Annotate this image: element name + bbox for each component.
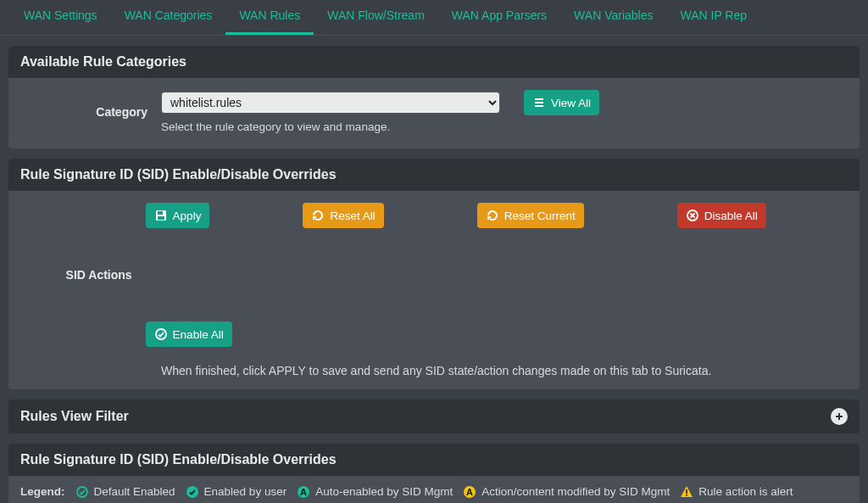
wan-tabs: WAN Settings WAN Categories WAN Rules WA… — [0, 0, 868, 36]
tab-wan-app-parsers[interactable]: WAN App Parsers — [438, 0, 560, 35]
panel-title-filter: Rules View Filter — [20, 409, 129, 424]
panel-title-rules: Rule Signature ID (SID) Enable/Disable O… — [20, 452, 337, 467]
view-all-button[interactable]: View All — [524, 90, 599, 115]
a-badge-orange-icon: A — [463, 485, 476, 499]
svg-rect-4 — [158, 211, 163, 215]
view-all-label: View All — [551, 97, 591, 109]
check-circle-fill-icon — [186, 485, 199, 499]
legend-label: Legend: — [20, 483, 65, 501]
panel-available-rule-categories: Available Rule Categories Category white… — [8, 46, 860, 148]
category-help: Select the rule category to view and man… — [161, 120, 599, 133]
svg-text:A: A — [466, 487, 473, 497]
svg-rect-15 — [687, 495, 688, 496]
legend-action-modified: Action/content modified by SID Mgmt — [481, 483, 670, 501]
legend-auto-enabled: Auto-enabled by SID Mgmt — [315, 483, 453, 501]
svg-text:A: A — [300, 487, 307, 497]
tab-wan-ip-rep[interactable]: WAN IP Rep — [666, 0, 760, 35]
disable-all-button[interactable]: Disable All — [677, 203, 766, 228]
check-circle-outline-icon — [75, 485, 89, 499]
tab-wan-rules[interactable]: WAN Rules — [225, 0, 314, 35]
a-badge-green-icon: A — [297, 485, 310, 499]
panel-rules-table: Rule Signature ID (SID) Enable/Disable O… — [8, 444, 860, 503]
sid-actions-note: When finished, click APPLY to save and s… — [161, 364, 848, 377]
panel-title-sid: Rule Signature ID (SID) Enable/Disable O… — [20, 167, 337, 182]
legend-rule-action-alert: Rule action is alert — [698, 483, 793, 501]
save-icon — [154, 209, 168, 222]
apply-label: Apply — [173, 210, 202, 222]
panel-sid-actions: Rule Signature ID (SID) Enable/Disable O… — [8, 159, 860, 389]
legend-default-enabled: Default Enabled — [94, 483, 175, 501]
category-label: Category — [20, 105, 147, 119]
panel-header-categories: Available Rule Categories — [8, 46, 860, 78]
x-circle-icon — [686, 209, 699, 222]
tab-wan-categories[interactable]: WAN Categories — [111, 0, 226, 35]
svg-rect-5 — [158, 216, 164, 220]
tab-wan-variables[interactable]: WAN Variables — [560, 0, 666, 35]
panel-header-filter: Rules View Filter — [8, 400, 860, 433]
panel-title-categories: Available Rule Categories — [20, 54, 186, 70]
category-select[interactable]: whitelist.rules — [161, 92, 500, 114]
reset-current-label: Reset Current — [504, 210, 576, 222]
svg-point-7 — [156, 329, 166, 339]
alert-triangle-yellow-icon — [680, 485, 693, 499]
reset-all-button[interactable]: Reset All — [303, 203, 383, 228]
reset-all-label: Reset All — [330, 210, 375, 222]
svg-point-8 — [77, 487, 87, 497]
refresh-icon — [486, 209, 499, 222]
svg-point-9 — [186, 486, 198, 498]
legend-enabled-by-user: Enabled by user — [204, 483, 287, 501]
apply-button[interactable]: Apply — [146, 203, 210, 228]
enable-all-button[interactable]: Enable All — [146, 321, 232, 347]
refresh-icon — [311, 209, 325, 222]
disable-all-label: Disable All — [704, 210, 758, 222]
enable-all-label: Enable All — [173, 328, 224, 341]
list-icon — [532, 96, 546, 109]
reset-current-button[interactable]: Reset Current — [477, 203, 584, 228]
check-circle-icon — [154, 327, 168, 341]
tab-wan-settings[interactable]: WAN Settings — [10, 0, 111, 35]
svg-rect-14 — [687, 489, 688, 494]
tab-wan-flow-stream[interactable]: WAN Flow/Stream — [314, 0, 438, 35]
sid-actions-label: SID Actions — [20, 268, 132, 282]
panel-header-rules: Rule Signature ID (SID) Enable/Disable O… — [8, 444, 860, 476]
expand-filter-icon[interactable] — [831, 408, 848, 425]
panel-header-sid: Rule Signature ID (SID) Enable/Disable O… — [8, 159, 860, 191]
panel-rules-view-filter: Rules View Filter — [8, 400, 860, 433]
legend: Legend: Default Enabled Enabled by user … — [8, 476, 860, 503]
